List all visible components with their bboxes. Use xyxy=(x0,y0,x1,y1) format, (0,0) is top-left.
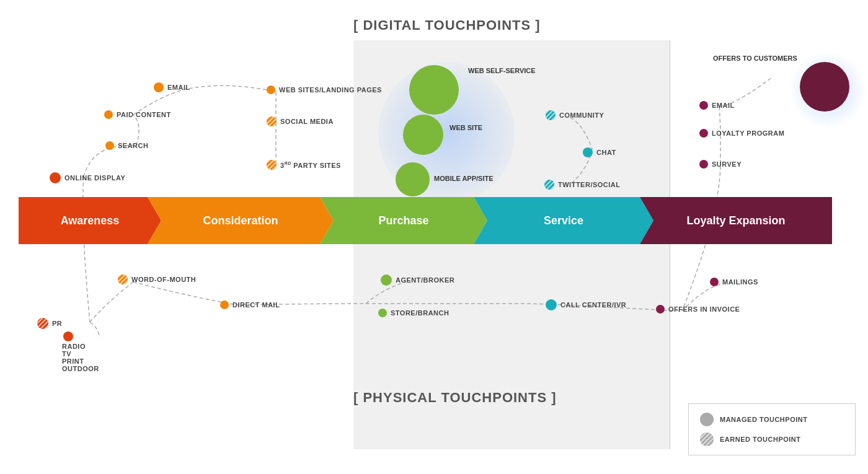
tp-paid-content: PAID CONTENT xyxy=(104,110,171,119)
label-mailings: MAILINGS xyxy=(722,278,758,286)
label-word-of-mouth: WORD-OF-MOUTH xyxy=(131,276,196,283)
dot-offers-invoice xyxy=(656,305,665,314)
tp-loyalty-program: LOYALTY PROGRAM xyxy=(699,129,784,138)
hatch-3rd-party xyxy=(267,160,277,170)
tp-mailings: MAILINGS xyxy=(710,278,758,286)
dot-paid-content xyxy=(104,110,113,119)
label-loyalty-program: LOYALTY PROGRAM xyxy=(712,129,784,137)
bubble-web-site xyxy=(403,115,443,155)
label-direct-mail: DIRECT MAIL xyxy=(232,301,280,309)
label-store-branch: STORE/BRANCH xyxy=(391,309,449,317)
dot-email xyxy=(154,82,164,92)
label-social-media: SOCIAL MEDIA xyxy=(280,118,334,125)
tp-word-of-mouth: WORD-OF-MOUTH xyxy=(118,274,196,284)
tp-call-center: CALL CENTER/IVR xyxy=(546,299,626,310)
journey-arrows: Awareness Consideration Purchase Service… xyxy=(19,197,832,244)
label-pr: PR xyxy=(52,320,62,327)
dot-agent-broker xyxy=(381,274,392,286)
zone-divider xyxy=(670,40,670,449)
tp-email-loyalty: EMAIL xyxy=(699,101,735,110)
label-paid-content: PAID CONTENT xyxy=(117,111,171,118)
dot-social-media xyxy=(267,116,277,126)
hatch-legend xyxy=(700,432,714,446)
label-agent-broker: AGENT/BROKER xyxy=(396,276,454,284)
dot-web-sites xyxy=(267,86,275,94)
tp-agent-broker: AGENT/BROKER xyxy=(381,274,454,286)
dot-online-display xyxy=(50,172,61,183)
dot-call-center xyxy=(546,299,557,310)
dot-loyalty-program xyxy=(699,129,708,138)
tp-social-media: SOCIAL MEDIA xyxy=(267,116,334,126)
tp-twitter-social: TWITTER/SOCIAL xyxy=(544,180,621,190)
label-survey: SURVEY xyxy=(712,160,742,168)
dot-search xyxy=(105,141,114,150)
label-chat: CHAT xyxy=(596,149,616,156)
arrow-consideration-label: Consideration xyxy=(203,214,278,227)
tp-traditional-media: RADIOTVPRINTOUTDOOR xyxy=(62,331,99,372)
hatch-twitter-social xyxy=(544,180,554,190)
offers-circle xyxy=(800,62,849,112)
arrow-service: Service xyxy=(474,197,653,244)
label-email-loyalty: EMAIL xyxy=(712,102,735,109)
hatch-word-of-mouth xyxy=(118,274,128,284)
dot-pr xyxy=(37,318,48,329)
label-online-display: ONLINE DISPLAY xyxy=(64,174,125,182)
canvas: [ DIGITAL TOUCHPOINTS ] [ PHYSICAL TOUCH… xyxy=(0,0,868,474)
arrow-awareness-label: Awareness xyxy=(61,214,120,227)
dot-email-loyalty xyxy=(699,101,708,110)
tp-direct-mail: DIRECT MAIL xyxy=(220,301,280,309)
tp-pr: PR xyxy=(37,318,62,329)
hatch-pr xyxy=(37,318,48,329)
physical-touchpoints-label: [ PHYSICAL TOUCHPOINTS ] xyxy=(353,390,557,406)
label-web-sites: WEB SITES/LANDING PAGES xyxy=(279,86,382,94)
tp-store-branch: STORE/BRANCH xyxy=(378,309,449,317)
arrow-service-label: Service xyxy=(544,214,583,227)
arrow-purchase: Purchase xyxy=(320,197,487,244)
dot-direct-mail xyxy=(220,301,229,309)
legend-earned-label: EARNED TOUCHPOINT xyxy=(720,436,801,443)
tp-community: COMMUNITY xyxy=(546,110,604,120)
offers-to-customers-area xyxy=(800,62,856,118)
bubble-web-self-service xyxy=(409,65,459,115)
arrow-loyalty-label: Loyalty Expansion xyxy=(686,214,785,227)
dot-mailings xyxy=(710,278,719,286)
tp-offers-invoice: OFFERS IN INVOICE xyxy=(656,305,740,314)
arrow-awareness: Awareness xyxy=(19,197,161,244)
dot-word-of-mouth xyxy=(118,274,128,284)
arrow-consideration: Consideration xyxy=(148,197,334,244)
tp-email-upper: EMAIL xyxy=(154,82,190,92)
dot-traditional-media xyxy=(63,331,73,341)
label-offers-invoice: OFFERS IN INVOICE xyxy=(668,305,740,313)
hatch-social-media xyxy=(267,116,277,126)
label-web-self-service: WEB SELF-SERVICE xyxy=(468,67,536,74)
legend-earned-icon xyxy=(700,432,714,446)
tp-3rd-party: 3RD PARTY SITES xyxy=(267,160,341,170)
label-mobile-app: MOBILE APP/SITE xyxy=(434,175,494,182)
dot-3rd-party xyxy=(267,160,277,170)
bubble-mobile-app xyxy=(396,162,430,196)
dot-store-branch xyxy=(378,309,387,317)
legend-managed-label: MANAGED TOUCHPOINT xyxy=(720,416,807,423)
digital-touchpoints-label: [ DIGITAL TOUCHPOINTS ] xyxy=(353,17,541,33)
hatch-community xyxy=(546,110,556,120)
arrow-loyalty: Loyalty Expansion xyxy=(640,197,832,244)
offers-bubble-container xyxy=(800,62,856,118)
tp-web-sites: WEB SITES/LANDING PAGES xyxy=(267,86,382,94)
tp-search: SEARCH xyxy=(105,141,148,150)
label-search: SEARCH xyxy=(118,142,148,149)
legend-item-earned: EARNED TOUCHPOINT xyxy=(700,432,844,446)
label-call-center: CALL CENTER/IVR xyxy=(560,301,626,309)
dot-survey xyxy=(699,160,708,169)
tp-survey: SURVEY xyxy=(699,160,742,169)
legend-box: MANAGED TOUCHPOINT EARNED TOUCHPOINT xyxy=(688,403,856,455)
label-twitter-social: TWITTER/SOCIAL xyxy=(558,181,621,188)
legend-item-managed: MANAGED TOUCHPOINT xyxy=(700,413,844,426)
dot-chat xyxy=(583,147,593,157)
dot-community xyxy=(546,110,556,120)
legend-managed-icon xyxy=(700,413,714,426)
tp-online-display: ONLINE DISPLAY xyxy=(50,172,125,183)
label-3rd-party: 3RD PARTY SITES xyxy=(280,161,341,169)
label-community: COMMUNITY xyxy=(559,112,604,119)
label-email-upper: EMAIL xyxy=(167,84,190,91)
dot-twitter-social xyxy=(544,180,554,190)
